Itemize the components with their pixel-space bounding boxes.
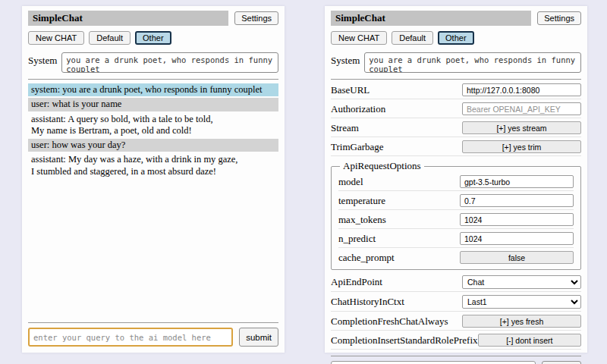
setting-row-api-endpoint: ApiEndPoint Chat xyxy=(331,272,581,292)
cache-prompt-label: cache_prompt xyxy=(338,252,395,264)
chat-message-user: user: how was your day? xyxy=(28,139,278,152)
setting-row-authorization: Authorization xyxy=(331,99,581,118)
setting-row-trimgarbage: TrimGarbage [+] yes trim xyxy=(331,137,581,156)
chat-history-select[interactable]: Last1 xyxy=(462,295,581,309)
api-endpoint-select[interactable]: Chat xyxy=(462,275,581,289)
system-prompt-input[interactable]: you are a drunk poet, who responds in fu… xyxy=(364,52,581,73)
setting-row-chat-history: ChatHistoryInCtxt Last1 xyxy=(331,292,581,312)
completion-fresh-label: CompletionFreshChatAlways xyxy=(331,315,448,328)
system-prompt-row: System you are a drunk poet, who respond… xyxy=(28,52,278,73)
session-buttons: New CHAT Default Other xyxy=(331,31,581,45)
session-tab-default[interactable]: Default xyxy=(392,31,433,45)
system-prompt-input[interactable]: you are a drunk poet, who responds in fu… xyxy=(61,52,278,73)
session-tab-other[interactable]: Other xyxy=(135,31,171,45)
api-request-options-legend: ApiRequestOptions xyxy=(340,160,424,172)
setting-row-n-predict: n_predict xyxy=(338,229,574,248)
trimgarbage-label: TrimGarbage xyxy=(331,141,384,153)
system-label: System xyxy=(28,52,57,67)
divider xyxy=(28,79,278,80)
chat-message-assistant: assistant: My day was a haze, with a dri… xyxy=(28,153,278,178)
setting-row-max-tokens: max_tokens xyxy=(338,210,574,229)
setting-row-completion-fresh: CompletionFreshChatAlways [+] yes fresh xyxy=(331,312,581,331)
session-tab-default[interactable]: Default xyxy=(89,31,131,45)
settings-panel: SimpleChat Settings New CHAT Default Oth… xyxy=(325,6,587,353)
chat-history-label: ChatHistoryInCtxt xyxy=(331,296,404,308)
max-tokens-label: max_tokens xyxy=(338,214,386,226)
n-predict-label: n_predict xyxy=(338,233,376,245)
temperature-input[interactable] xyxy=(460,194,574,207)
chat-message-assistant: assistant: A query so bold, with a tale … xyxy=(28,113,278,138)
query-input[interactable] xyxy=(28,328,233,347)
setting-row-baseurl: BaseURL xyxy=(331,80,581,99)
spacer xyxy=(28,180,278,316)
authorization-label: Authorization xyxy=(331,103,385,115)
divider xyxy=(331,356,581,356)
setting-row-model: model xyxy=(338,172,574,191)
setting-row-cache-prompt: cache_prompt false xyxy=(338,248,574,266)
submit-button[interactable]: submit xyxy=(542,361,581,364)
app-title: SimpleChat xyxy=(28,11,228,26)
query-input[interactable] xyxy=(331,361,536,364)
setting-row-temperature: temperature xyxy=(338,191,574,210)
settings-list: BaseURL Authorization Stream [+] yes str… xyxy=(331,80,581,350)
n-predict-input[interactable] xyxy=(460,232,574,245)
query-row: submit xyxy=(331,361,581,364)
completion-insert-toggle-button[interactable]: [-] dont insert xyxy=(478,334,581,347)
system-label: System xyxy=(331,52,360,67)
temperature-label: temperature xyxy=(338,195,385,207)
baseurl-input[interactable] xyxy=(462,83,581,96)
chat-message-list: system: you are a drunk poet, who respon… xyxy=(28,82,278,180)
api-request-options-fieldset: ApiRequestOptions model temperature max_… xyxy=(331,160,581,270)
header: SimpleChat Settings xyxy=(28,11,278,26)
model-input[interactable] xyxy=(460,175,574,188)
authorization-input[interactable] xyxy=(462,102,581,115)
model-label: model xyxy=(338,176,363,188)
new-chat-button[interactable]: New CHAT xyxy=(331,31,387,45)
divider xyxy=(331,79,581,80)
settings-button[interactable]: Settings xyxy=(537,11,581,25)
system-prompt-row: System you are a drunk poet, who respond… xyxy=(331,52,581,73)
app-title: SimpleChat xyxy=(331,11,531,26)
completion-fresh-toggle-button[interactable]: [+] yes fresh xyxy=(462,315,581,328)
settings-button[interactable]: Settings xyxy=(234,11,278,25)
query-row: submit xyxy=(28,328,278,347)
trimgarbage-toggle-button[interactable]: [+] yes trim xyxy=(462,140,581,153)
new-chat-button[interactable]: New CHAT xyxy=(28,31,84,45)
setting-row-completion-insert: CompletionInsertStandardRolePrefix [-] d… xyxy=(331,331,581,350)
stream-label: Stream xyxy=(331,122,359,134)
submit-button[interactable]: submit xyxy=(239,328,278,347)
header: SimpleChat Settings xyxy=(331,11,581,26)
chat-panel: SimpleChat Settings New CHAT Default Oth… xyxy=(22,6,285,353)
api-endpoint-label: ApiEndPoint xyxy=(331,276,382,288)
chat-message-user: user: what is your name xyxy=(28,98,278,111)
session-buttons: New CHAT Default Other xyxy=(28,31,278,45)
session-tab-other[interactable]: Other xyxy=(438,31,474,45)
divider xyxy=(28,322,278,323)
baseurl-label: BaseURL xyxy=(331,84,370,96)
setting-row-stream: Stream [+] yes stream xyxy=(331,118,581,137)
stream-toggle-button[interactable]: [+] yes stream xyxy=(462,121,581,134)
completion-insert-label: CompletionInsertStandardRolePrefix xyxy=(331,334,478,347)
max-tokens-input[interactable] xyxy=(460,213,574,226)
chat-message-system: system: you are a drunk poet, who respon… xyxy=(28,83,278,96)
cache-prompt-toggle-button[interactable]: false xyxy=(460,251,574,264)
